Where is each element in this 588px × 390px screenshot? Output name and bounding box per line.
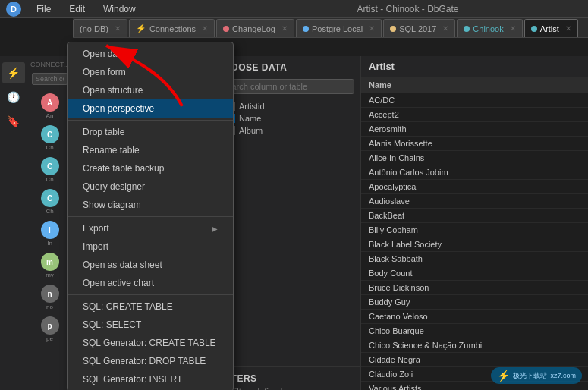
filters-empty: No Filters defined	[217, 387, 353, 390]
menu-item[interactable]: SQL: CREATE TABLE	[68, 297, 233, 316]
table-container[interactable]: Name AC/DCAccept2AerosmithAlanis Morisse…	[361, 77, 588, 390]
tab-sql2017[interactable]: SQL 2017 ✕	[383, 19, 455, 37]
changelog-dot	[223, 26, 229, 32]
conn-item-ch3[interactable]: C Ch	[29, 187, 71, 217]
table-row: Bruce Dickinson	[361, 281, 588, 295]
conn-dot-in: I	[41, 221, 59, 239]
postgre-dot	[303, 26, 309, 32]
menu-item[interactable]: SQL Generator: CREATE TABLE	[68, 334, 233, 352]
tab-nodb-close[interactable]: ✕	[115, 24, 121, 33]
menu-item[interactable]: Open data	[68, 45, 233, 63]
menu-item[interactable]: Query designer	[68, 178, 233, 196]
choose-data-input[interactable]	[215, 79, 354, 94]
menu-item[interactable]: Open structure	[68, 81, 233, 99]
app-logo: D	[6, 2, 21, 17]
conn-item-ch1[interactable]: C Ch	[29, 123, 71, 153]
sidebar-bookmarks-icon[interactable]: 🔖	[2, 111, 25, 132]
conn-item-pe[interactable]: p pe	[29, 314, 71, 344]
table-row: Black Label Society	[361, 237, 588, 252]
conn-search-wrapper	[29, 71, 71, 86]
tab-chinook-close[interactable]: ✕	[510, 24, 516, 33]
filters-title: FILTERS	[217, 373, 353, 384]
table-row: Apocalyptica	[361, 180, 588, 194]
col-item-album[interactable]: ▶ Album	[214, 124, 356, 137]
tab-postgre[interactable]: Postgre Local ✕	[296, 19, 382, 37]
conn-search-input[interactable]	[32, 73, 68, 85]
tab-nodb[interactable]: (no DB) ✕	[73, 19, 127, 37]
conn-name-ch3: Ch	[46, 208, 53, 215]
tab-sql2017-label: SQL 2017	[399, 24, 436, 33]
conn-dot-pe: p	[41, 316, 59, 335]
conn-item-an[interactable]: A An	[29, 91, 71, 121]
tab-postgre-label: Postgre Local	[312, 24, 363, 33]
connections-icon: ⚡	[136, 24, 146, 33]
table-row: Chico Buarque	[361, 324, 588, 338]
menu-item[interactable]: SQL: SELECT	[68, 316, 233, 334]
table-row: Buddy Guy	[361, 295, 588, 310]
sidebar-history-icon[interactable]: 🕐	[2, 86, 25, 108]
menu-separator	[68, 120, 233, 121]
menu-item[interactable]: Export▶	[68, 219, 233, 237]
tab-artist-label: Artist	[540, 24, 559, 33]
sql2017-dot	[390, 26, 396, 32]
menu-edit[interactable]: Edit	[66, 2, 88, 16]
tab-artist[interactable]: Artist ✕	[524, 19, 578, 37]
table-row: Accept2	[361, 108, 588, 122]
tab-artist-close[interactable]: ✕	[565, 24, 571, 33]
menu-item[interactable]: SQL Generator: INSERT	[68, 370, 233, 388]
conn-dot-an: A	[41, 93, 59, 112]
connections-label: CONNECT...	[29, 59, 71, 70]
table-row: Aerosmith	[361, 122, 588, 137]
conn-dot-my: m	[41, 253, 59, 271]
menu-separator	[68, 294, 233, 295]
conn-item-in[interactable]: I In	[29, 219, 71, 249]
submenu-arrow-icon: ▶	[212, 225, 218, 233]
conn-name-ch2: Ch	[46, 176, 53, 183]
col-item-artistid[interactable]: ▶ Artistid	[214, 100, 356, 112]
conn-item-ch2[interactable]: C Ch	[29, 155, 71, 185]
artistid-name: Artistid	[239, 102, 265, 111]
menu-item[interactable]: Open form	[68, 63, 233, 81]
tab-nodb-label: (no DB)	[80, 24, 108, 33]
menu-item[interactable]: Open as data sheet	[68, 256, 233, 274]
title-bar: Artist - Chinook - DbGate	[228, 0, 588, 18]
conn-item-no[interactable]: n no	[29, 282, 71, 313]
tab-changelog[interactable]: ChangeLog ✕	[216, 19, 294, 37]
table-row: BackBeat	[361, 209, 588, 223]
artist-dot	[531, 26, 537, 32]
menu-item[interactable]: Open perspective	[68, 99, 233, 118]
menu-window[interactable]: Window	[100, 2, 139, 16]
menu-item[interactable]: Create table backup	[68, 159, 233, 178]
watermark-subtext: xz7.com	[550, 372, 576, 379]
conn-dot-no: n	[41, 285, 59, 303]
menu-item[interactable]: Open active chart	[68, 274, 233, 292]
table-row: AC/DC	[361, 93, 588, 108]
conn-name-in: In	[47, 240, 52, 247]
tab-changelog-label: ChangeLog	[232, 24, 275, 33]
menu-item[interactable]: Rename table	[68, 141, 233, 159]
menu-item[interactable]: Show diagram	[68, 196, 233, 214]
conn-dot-ch1: C	[41, 125, 59, 143]
table-row: Caetano Veloso	[361, 310, 588, 324]
table-row: Antônio Carlos Jobim	[361, 165, 588, 180]
menu-file[interactable]: File	[33, 2, 54, 16]
menu-item[interactable]: Import	[68, 237, 233, 256]
tab-changelog-close[interactable]: ✕	[281, 24, 288, 33]
artist-panel-header: Artist	[361, 56, 588, 77]
icon-sidebar: ⚡ 🕐 🔖 ≡	[0, 56, 27, 390]
conn-item-my[interactable]: m my	[29, 250, 71, 281]
tab-sql2017-close[interactable]: ✕	[442, 24, 448, 33]
tab-chinook[interactable]: Chinook ✕	[457, 19, 522, 37]
sidebar-connections-icon[interactable]: ⚡	[2, 62, 25, 83]
table-row: Black Sabbath	[361, 252, 588, 266]
menu-item[interactable]: SQL Generator: DROP TABLE	[68, 352, 233, 370]
conn-name-no: no	[46, 304, 53, 310]
col-item-name[interactable]: ▶ ✓ Name	[214, 112, 356, 124]
watermark-text: 极光下载站	[513, 371, 547, 381]
menu-item[interactable]: Drop table	[68, 123, 233, 141]
tab-connections[interactable]: ⚡ Connections ✕	[129, 19, 215, 37]
tab-chinook-label: Chinook	[473, 24, 503, 33]
tab-connections-close[interactable]: ✕	[202, 24, 208, 33]
tab-postgre-close[interactable]: ✕	[369, 24, 375, 33]
conn-name-pe: pe	[46, 335, 53, 342]
